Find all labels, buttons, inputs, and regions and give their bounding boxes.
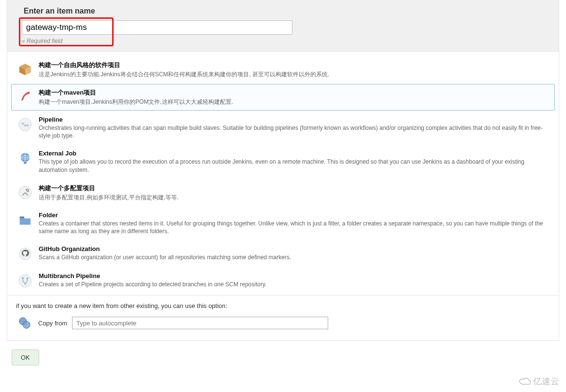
- item-type-title: 构建一个多配置项目: [39, 184, 550, 193]
- item-type-title: Multibranch Pipeline: [39, 272, 550, 280]
- svg-point-9: [27, 277, 29, 279]
- copy-hint: if you want to create a new item from ot…: [16, 302, 550, 309]
- item-type-desc: Scans a GitHub organization (or user acc…: [39, 253, 550, 262]
- tools-icon: [16, 184, 34, 201]
- pipe-icon: [16, 116, 34, 133]
- item-type-title: External Job: [39, 150, 550, 157]
- item-type-github-org[interactable]: GitHub OrganizationScans a GitHub organi…: [11, 241, 555, 267]
- item-type-title: 构建一个maven项目: [39, 88, 550, 97]
- copy-from-input[interactable]: [72, 317, 328, 329]
- item-type-desc: Orchestrates long-running activities tha…: [39, 124, 550, 140]
- branch-icon: [16, 272, 34, 290]
- item-type-external[interactable]: External JobThis type of job allows you …: [11, 145, 555, 179]
- item-type-maven[interactable]: 构建一个maven项目构建一个maven项目.Jenkins利用你的POM文件,…: [11, 84, 555, 111]
- github-icon: [16, 245, 34, 263]
- item-type-title: GitHub Organization: [39, 245, 550, 252]
- item-type-desc: 构建一个maven项目.Jenkins利用你的POM文件,这样可以大大减轻构建配…: [39, 98, 550, 106]
- item-name-section: Enter an item name » Required field: [7, 0, 559, 52]
- item-type-title: Pipeline: [39, 116, 550, 123]
- item-type-desc: Creates a container that stores nested i…: [39, 220, 550, 236]
- copy-icon: [16, 314, 33, 332]
- box-icon: [16, 61, 34, 78]
- copy-from-label: Copy from: [38, 320, 67, 327]
- globe-icon: [16, 150, 34, 167]
- svg-rect-5: [20, 216, 24, 218]
- item-type-desc: 这是Jenkins的主要功能.Jenkins将会结合任何SCM和任何构建系统来构…: [39, 70, 550, 79]
- svg-rect-3: [24, 162, 27, 164]
- required-hint: » Required field: [22, 38, 551, 44]
- item-type-desc: 适用于多配置项目,例如多环境测试,平台指定构建,等等.: [39, 194, 550, 202]
- page-title: Enter an item name: [24, 7, 551, 15]
- item-type-pipeline[interactable]: PipelineOrchestrates long-running activi…: [11, 112, 555, 145]
- item-type-title: 构建一个自由风格的软件项目: [39, 61, 550, 70]
- svg-point-8: [22, 277, 24, 279]
- footer: OK: [7, 350, 559, 365]
- item-type-list: 构建一个自由风格的软件项目这是Jenkins的主要功能.Jenkins将会结合任…: [7, 52, 559, 295]
- item-type-multiconfig[interactable]: 构建一个多配置项目适用于多配置项目,例如多环境测试,平台指定构建,等等.: [11, 180, 555, 206]
- item-type-desc: This type of job allows you to record th…: [39, 158, 550, 174]
- item-type-title: Folder: [39, 211, 550, 219]
- item-name-input[interactable]: [22, 20, 292, 35]
- folder-icon: [16, 211, 34, 229]
- watermark-text: 亿速云: [533, 376, 559, 387]
- copy-from-section: if you want to create a new item from ot…: [7, 295, 559, 341]
- feather-icon: [16, 88, 34, 106]
- item-type-folder[interactable]: FolderCreates a container that stores ne…: [11, 207, 555, 240]
- watermark: 亿速云: [519, 376, 559, 387]
- item-type-multibranch[interactable]: Multibranch PipelineCreates a set of Pip…: [11, 268, 555, 294]
- item-type-desc: Creates a set of Pipeline projects accor…: [39, 280, 550, 289]
- item-type-freestyle[interactable]: 构建一个自由风格的软件项目这是Jenkins的主要功能.Jenkins将会结合任…: [11, 56, 555, 83]
- svg-point-7: [19, 275, 31, 287]
- svg-point-10: [24, 283, 26, 285]
- ok-button[interactable]: OK: [12, 350, 39, 365]
